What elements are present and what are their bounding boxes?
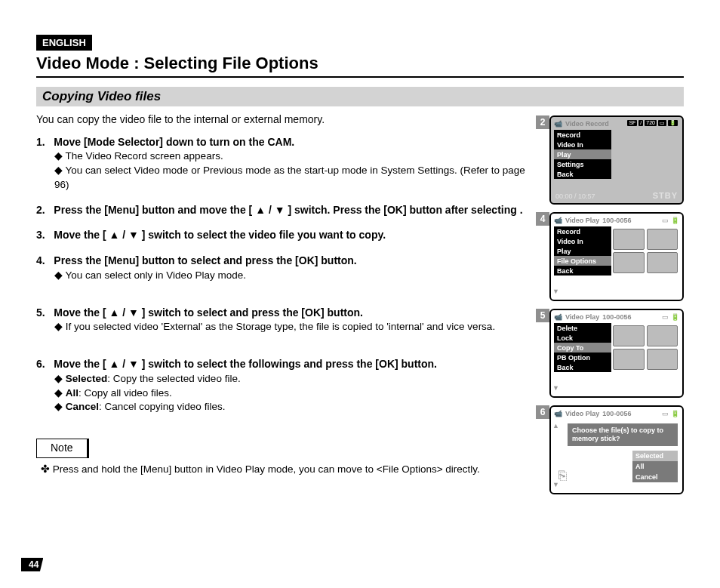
screen-title: Video Record	[565, 120, 609, 128]
screenshot-number: 5	[536, 309, 549, 322]
menu-item: Video In	[554, 236, 611, 246]
step-sub: ◆ Cancel: Cancel copying video files.	[54, 400, 527, 414]
note-text: ✤ Press and hold the [Menu] button in Vi…	[48, 463, 527, 477]
menu-item: Back	[554, 266, 611, 276]
file-counter: 100-0056	[602, 313, 631, 321]
down-arrow-icon: ▼	[552, 384, 559, 392]
up-arrow-icon: ▲	[552, 422, 559, 429]
language-badge: ENGLISH	[36, 35, 92, 51]
step-heading: 4. Press the [Menu] button to select and…	[36, 254, 527, 269]
page-title: Video Mode : Selecting File Options	[36, 54, 684, 78]
file-counter: 100-0056	[602, 410, 631, 417]
screen-title: Video Play	[565, 410, 599, 417]
menu-item: Record	[554, 130, 611, 140]
screenshot-number: 4	[536, 212, 549, 226]
step-heading: 3. Move the [ ▲ / ▼ ] switch to select t…	[36, 228, 527, 243]
stby-label: STBY	[653, 191, 678, 200]
menu-item: Record	[554, 226, 611, 236]
down-arrow-icon: ▼	[552, 481, 559, 488]
screenshot-5: 5 📹Video Play 100-0056 ▭🔋 ▲ DeleteLockCo…	[536, 309, 684, 398]
note-label: Note	[36, 439, 89, 458]
thumbnails	[613, 325, 678, 370]
prompt-options: SelectedAllCancel	[632, 451, 678, 482]
screenshot-2: 2 📹Video Record SF/720▭🔋 RecordVideo InP…	[536, 115, 684, 205]
step-heading: 6. Move the [ ▲ / ▼ ] switch to select t…	[36, 357, 527, 372]
prompt-text: Choose the file(s) to copy to memory sti…	[568, 423, 678, 446]
step-sub: ◆ All: Copy all video files.	[54, 386, 527, 401]
status-icons: ▭🔋	[662, 410, 679, 417]
menu-item: Back	[554, 169, 611, 179]
copy-icon: ⎘	[558, 468, 567, 484]
menu-s5: DeleteLockCopy ToPB OptionBack	[554, 323, 611, 372]
step-heading: 2. Press the [Menu] button and move the …	[36, 203, 527, 218]
section-title: Copying Video files	[36, 87, 684, 106]
menu-item: Back	[554, 362, 611, 372]
page-number: 44	[21, 558, 43, 571]
screenshot-number: 6	[536, 405, 549, 419]
step-sub: ◆ You can select only in Video Play mode…	[54, 269, 527, 283]
quality-badge: SF/720▭🔋	[627, 120, 678, 126]
menu-item: Play	[554, 246, 611, 256]
camcorder-icon: 📹	[554, 120, 562, 128]
down-arrow-icon: ▼	[552, 288, 559, 295]
menu-item: Copy To	[554, 343, 611, 352]
step-sub: ◆ If you selected video 'External' as th…	[54, 320, 527, 334]
menu-item: Settings	[554, 159, 611, 169]
steps-list: 1. Move [Mode Selector] down to turn on …	[36, 135, 527, 415]
menu-item: Delete	[554, 323, 611, 333]
screenshots-column: 2 📹Video Record SF/720▭🔋 RecordVideo InP…	[536, 115, 684, 494]
menu-s2: RecordVideo InPlaySettingsBack	[554, 130, 611, 179]
menu-item: Video In	[554, 140, 611, 149]
status-icons: ▭🔋	[662, 313, 679, 321]
screen-title: Video Play	[565, 313, 599, 321]
screenshot-4: 4 📹Video Play 100-0056 ▭🔋 ▲ RecordVideo …	[536, 212, 684, 301]
screenshot-number: 2	[536, 115, 549, 129]
timecode: 00:00 / 10:57	[555, 192, 595, 200]
step-heading: 1. Move [Mode Selector] down to turn on …	[36, 135, 527, 150]
menu-item: Play	[554, 149, 611, 159]
step-sub: ◆ The Video Record screen appears.	[54, 149, 527, 164]
camcorder-icon: 📹	[554, 217, 562, 224]
prompt-option: Cancel	[632, 472, 678, 482]
step-sub: ◆ You can select Video mode or Previous …	[54, 164, 527, 192]
step-heading: 5. Move the [ ▲ / ▼ ] switch to select a…	[36, 306, 527, 321]
prompt-option: All	[632, 461, 678, 472]
menu-item: File Options	[554, 256, 611, 266]
camcorder-icon: 📹	[554, 410, 562, 417]
menu-item: PB Option	[554, 352, 611, 362]
menu-s4: RecordVideo InPlayFile OptionsBack	[554, 226, 611, 276]
status-icons: ▭🔋	[662, 217, 679, 224]
menu-item: Lock	[554, 333, 611, 343]
step-sub: ◆ Selected: Copy the selected video file…	[54, 372, 527, 386]
instruction-column: You can copy the video file to the inter…	[36, 112, 527, 494]
intro-text: You can copy the video file to the inter…	[36, 112, 527, 128]
camcorder-icon: 📹	[554, 313, 562, 321]
screen-title: Video Play	[565, 217, 599, 224]
screenshot-6: 6 📹Video Play 100-0056 ▭🔋 ▲ Choose the f…	[536, 405, 684, 494]
file-counter: 100-0056	[602, 217, 631, 224]
thumbnails	[613, 229, 678, 273]
prompt-option: Selected	[632, 451, 678, 461]
